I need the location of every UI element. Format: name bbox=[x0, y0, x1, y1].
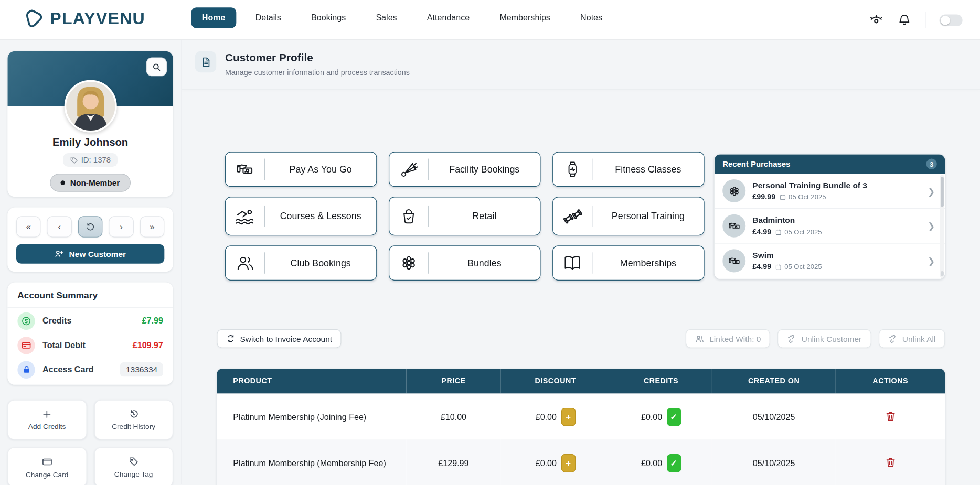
change-card-button[interactable]: Change Card bbox=[7, 447, 87, 485]
nav-tab-notes[interactable]: Notes bbox=[570, 7, 613, 28]
tile-courses-lessons[interactable]: Courses & Lessons bbox=[225, 197, 377, 235]
nav-tab-attendance[interactable]: Attendance bbox=[417, 7, 481, 28]
add-credits-label: Add Credits bbox=[28, 423, 66, 430]
customer-id-label: ID: 1378 bbox=[81, 156, 111, 165]
purchase-name: Swim bbox=[752, 251, 921, 260]
table-row: Platinum Membership (Membership Fee) £12… bbox=[217, 440, 945, 485]
debit-card-icon bbox=[17, 337, 35, 354]
add-discount-button[interactable]: + bbox=[561, 454, 575, 472]
apply-credits-button[interactable]: ✓ bbox=[667, 407, 681, 426]
chevron-right-icon: ❯ bbox=[928, 256, 935, 266]
open-book-icon bbox=[553, 253, 592, 273]
credits-coin-icon bbox=[17, 312, 35, 329]
next-customer-button[interactable]: › bbox=[109, 216, 134, 238]
shuttlecock-icon bbox=[389, 159, 428, 179]
reset-customer-button[interactable] bbox=[78, 216, 103, 238]
tile-memberships[interactable]: Memberships bbox=[552, 245, 704, 281]
cell-credits: £0.00 ✓ bbox=[610, 440, 712, 485]
tile-fitness-classes[interactable]: Fitness Classes bbox=[552, 152, 704, 187]
customer-search-button[interactable] bbox=[146, 58, 167, 77]
purchase-name: Personal Training Bundle of 3 bbox=[752, 180, 921, 190]
tile-label: Facility Bookings bbox=[429, 164, 540, 175]
cell-actions bbox=[836, 440, 945, 485]
cell-product: Platinum Membership (Joining Fee) bbox=[217, 394, 406, 440]
add-credits-button[interactable]: Add Credits bbox=[7, 400, 87, 439]
nav-tab-details[interactable]: Details bbox=[244, 7, 292, 28]
customer-profile-card: Emily Johnson ID: 1378 Non-Member bbox=[7, 51, 173, 197]
playvenu-logo-icon bbox=[23, 8, 44, 29]
account-summary-title: Account Summary bbox=[7, 282, 173, 308]
purchase-item[interactable]: Swim £4.99 05 Oct 2025 ❯ bbox=[715, 244, 945, 279]
customer-id-badge: ID: 1378 bbox=[63, 153, 118, 167]
tag-icon bbox=[70, 156, 78, 164]
tile-label: Courses & Lessons bbox=[265, 210, 376, 222]
tile-bundles[interactable]: Bundles bbox=[389, 245, 540, 281]
card-icon bbox=[42, 456, 52, 467]
purchase-item[interactable]: Personal Training Bundle of 3 £99.99 05 … bbox=[715, 174, 945, 209]
trash-icon bbox=[885, 457, 896, 468]
basket-table: PRODUCT PRICE DISCOUNT CREDITS CREATED O… bbox=[217, 369, 945, 485]
purchases-scrollbar[interactable] bbox=[940, 175, 944, 278]
tile-label: Personal Training bbox=[592, 210, 704, 222]
unlink-all-button[interactable]: Unlink All bbox=[878, 329, 945, 348]
change-tag-button[interactable]: Change Tag bbox=[94, 447, 173, 485]
trash-icon bbox=[885, 410, 896, 421]
theme-toggle[interactable] bbox=[940, 14, 963, 26]
calendar-icon bbox=[775, 263, 782, 270]
apply-credits-button[interactable]: ✓ bbox=[667, 454, 681, 472]
access-card-label: Access Card bbox=[42, 365, 120, 374]
cell-actions bbox=[836, 394, 945, 440]
purchase-name: Badminton bbox=[752, 215, 921, 225]
switch-to-invoice-account-button[interactable]: Switch to Invoice Account bbox=[217, 329, 342, 348]
nav-tab-sales[interactable]: Sales bbox=[365, 7, 408, 28]
swimmer-icon bbox=[226, 206, 264, 227]
tile-label: Pay As You Go bbox=[265, 164, 376, 175]
last-customer-button[interactable]: » bbox=[140, 216, 164, 238]
credits-label: Credits bbox=[42, 316, 142, 326]
linked-with-button[interactable]: Linked With: 0 bbox=[686, 329, 770, 348]
tile-label: Club Bookings bbox=[265, 257, 376, 268]
credit-history-button[interactable]: Credit History bbox=[94, 400, 173, 439]
tile-retail[interactable]: Retail bbox=[389, 197, 540, 235]
history-icon bbox=[129, 409, 139, 419]
tile-personal-training[interactable]: Personal Training bbox=[552, 197, 704, 235]
first-customer-button[interactable]: « bbox=[16, 216, 41, 238]
add-discount-button[interactable]: + bbox=[561, 407, 575, 426]
eye-icon[interactable] bbox=[869, 13, 884, 28]
calendar-icon bbox=[775, 228, 782, 235]
delete-row-button[interactable] bbox=[885, 457, 896, 468]
nav-tab-bookings[interactable]: Bookings bbox=[301, 7, 357, 28]
col-credits: CREDITS bbox=[610, 369, 712, 394]
credit-history-label: Credit History bbox=[112, 423, 155, 430]
sale-category-grid: Pay As You Go Facility Bookings bbox=[225, 152, 705, 280]
col-price: PRICE bbox=[406, 369, 500, 394]
notifications-bell-icon[interactable] bbox=[898, 13, 911, 27]
lock-icon bbox=[17, 361, 35, 378]
delete-row-button[interactable] bbox=[885, 410, 896, 421]
page-header: Customer Profile Manage customer informa… bbox=[195, 51, 410, 77]
cell-discount: £0.00 + bbox=[501, 440, 610, 485]
previous-customer-button[interactable]: ‹ bbox=[47, 216, 72, 238]
switch-icon bbox=[226, 334, 235, 343]
tile-facility-bookings[interactable]: Facility Bookings bbox=[389, 152, 540, 187]
purchase-date: 05 Oct 2025 bbox=[779, 193, 826, 200]
recent-purchases-header: Recent Purchases 3 bbox=[715, 154, 945, 174]
unlink-all-label: Unlink All bbox=[902, 334, 936, 343]
tile-pay-as-you-go[interactable]: Pay As You Go bbox=[225, 152, 377, 187]
new-customer-button[interactable]: New Customer bbox=[16, 244, 164, 264]
col-created-on: CREATED ON bbox=[712, 369, 836, 394]
unlink-customer-label: Unlink Customer bbox=[802, 334, 861, 343]
unlink-icon bbox=[787, 334, 796, 343]
purchase-item[interactable]: Badminton £4.99 05 Oct 2025 ❯ bbox=[715, 209, 945, 244]
document-icon bbox=[195, 51, 217, 73]
nav-tab-memberships[interactable]: Memberships bbox=[489, 7, 561, 28]
unlink-customer-button[interactable]: Unlink Customer bbox=[778, 329, 871, 348]
membership-status-badge: Non-Member bbox=[50, 174, 131, 192]
main-nav: Home Details Bookings Sales Attendance M… bbox=[191, 7, 613, 28]
calendar-icon bbox=[779, 193, 786, 200]
nav-tab-home[interactable]: Home bbox=[191, 7, 236, 28]
tile-club-bookings[interactable]: Club Bookings bbox=[225, 245, 377, 281]
change-card-label: Change Card bbox=[26, 471, 68, 478]
total-debit-row: Total Debit £109.97 bbox=[7, 333, 173, 357]
cell-created-on: 05/10/2025 bbox=[712, 440, 836, 485]
